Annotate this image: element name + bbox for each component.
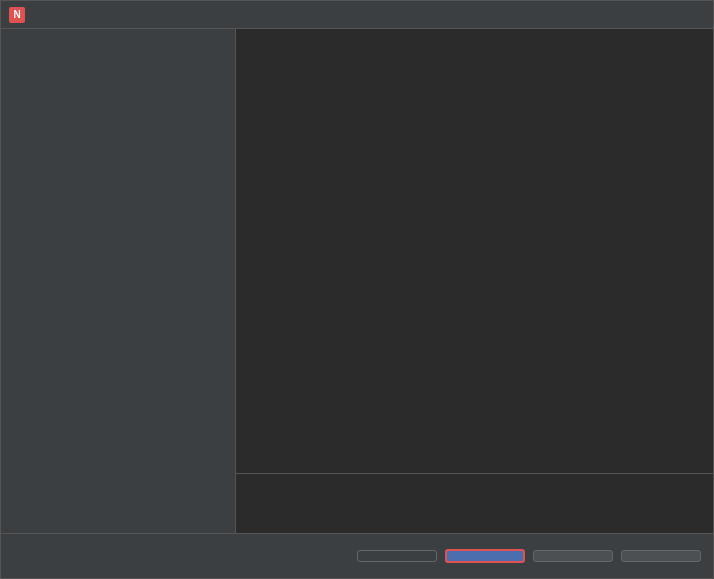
footer	[1, 533, 713, 578]
previous-button[interactable]	[357, 550, 437, 562]
title-bar-left: N	[9, 7, 31, 23]
template-list	[236, 29, 713, 473]
cancel-button[interactable]	[533, 550, 613, 562]
sidebar	[1, 29, 236, 533]
main-panel	[236, 29, 713, 533]
app-icon: N	[9, 7, 25, 23]
new-project-window: N	[0, 0, 714, 579]
description-area	[236, 473, 713, 533]
title-bar: N	[1, 1, 713, 29]
content-area	[1, 29, 713, 533]
help-button[interactable]	[621, 550, 701, 562]
next-button[interactable]	[445, 549, 525, 563]
